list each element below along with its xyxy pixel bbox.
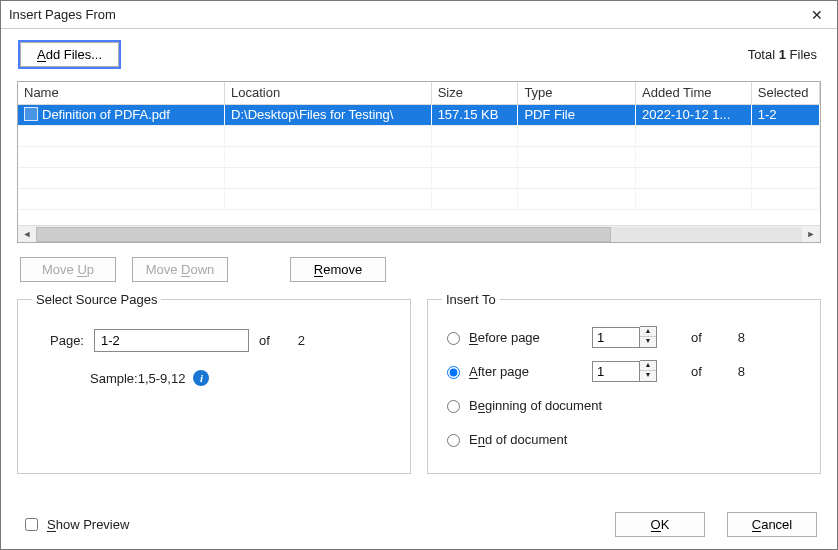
before-page-value[interactable] <box>592 327 640 348</box>
close-icon: ✕ <box>811 7 823 23</box>
scroll-right-icon[interactable]: ► <box>802 227 820 242</box>
sample-label: Sample:1,5-9,12 <box>90 371 185 386</box>
select-source-pages-group: Select Source Pages Page: of 2 Sample:1,… <box>17 292 411 474</box>
add-files-button[interactable]: Add Files... <box>20 42 119 67</box>
page-of-value: 2 <box>298 333 305 348</box>
col-header-size[interactable]: Size <box>431 82 518 104</box>
beginning-radio-input[interactable] <box>447 400 460 413</box>
page-range-input[interactable] <box>94 329 249 352</box>
pdf-file-icon <box>24 107 38 121</box>
cell-type: PDF File <box>518 104 636 125</box>
title-bar: Insert Pages From ✕ <box>1 1 837 29</box>
col-header-selected[interactable]: Selected <box>751 82 819 104</box>
after-page-value[interactable] <box>592 361 640 382</box>
spinner-down-icon[interactable]: ▼ <box>640 337 656 347</box>
spinner-up-icon[interactable]: ▲ <box>640 327 656 337</box>
cell-size: 157.15 KB <box>431 104 518 125</box>
ok-button[interactable]: OK <box>615 512 705 537</box>
after-of-label: of <box>691 364 702 379</box>
spinner-down-icon[interactable]: ▼ <box>640 371 656 381</box>
scrollbar-thumb[interactable] <box>36 227 611 242</box>
move-up-button[interactable]: Move Up <box>20 257 116 282</box>
after-page-radio[interactable]: After page <box>442 363 582 379</box>
cell-location: D:\Desktop\Files for Testing\ <box>225 104 432 125</box>
col-header-added[interactable]: Added Time <box>636 82 752 104</box>
beginning-radio[interactable]: Beginning of document <box>442 397 602 413</box>
after-page-radio-input[interactable] <box>447 366 460 379</box>
cell-name: Definition of PDFA.pdf <box>42 107 170 122</box>
move-down-button[interactable]: Move Down <box>132 257 228 282</box>
end-radio[interactable]: End of document <box>442 431 582 447</box>
cell-added: 2022-10-12 1... <box>636 104 752 125</box>
insert-to-group: Insert To Before page ▲▼ of 8 <box>427 292 821 474</box>
after-of-total: 8 <box>738 364 745 379</box>
dialog-window: Insert Pages From ✕ Add Files... Total 1… <box>0 0 838 550</box>
col-header-location[interactable]: Location <box>225 82 432 104</box>
page-label: Page: <box>50 333 84 348</box>
cell-selected: 1-2 <box>751 104 819 125</box>
horizontal-scrollbar[interactable]: ◄ ► <box>18 225 820 242</box>
before-of-label: of <box>691 330 702 345</box>
scroll-left-icon[interactable]: ◄ <box>18 227 36 242</box>
source-legend: Select Source Pages <box>32 292 161 307</box>
files-table[interactable]: Name Location Size Type Added Time Selec… <box>17 81 821 243</box>
page-of-label: of <box>259 333 270 348</box>
end-radio-input[interactable] <box>447 434 460 447</box>
table-row[interactable]: Definition of PDFA.pdf D:\Desktop\Files … <box>18 104 820 125</box>
before-page-radio[interactable]: Before page <box>442 329 582 345</box>
cancel-button[interactable]: Cancel <box>727 512 817 537</box>
col-header-name[interactable]: Name <box>18 82 225 104</box>
show-preview-input[interactable] <box>25 518 38 531</box>
info-icon[interactable]: i <box>193 370 209 386</box>
window-title: Insert Pages From <box>9 7 116 22</box>
show-preview-checkbox[interactable]: Show Preview <box>21 515 129 534</box>
before-page-radio-input[interactable] <box>447 332 460 345</box>
before-of-total: 8 <box>738 330 745 345</box>
remove-button[interactable]: Remove <box>290 257 386 282</box>
col-header-type[interactable]: Type <box>518 82 636 104</box>
total-files-label: Total 1 Files <box>748 47 817 62</box>
close-button[interactable]: ✕ <box>797 2 837 28</box>
table-header-row[interactable]: Name Location Size Type Added Time Selec… <box>18 82 820 104</box>
insert-legend: Insert To <box>442 292 500 307</box>
spinner-up-icon[interactable]: ▲ <box>640 361 656 371</box>
